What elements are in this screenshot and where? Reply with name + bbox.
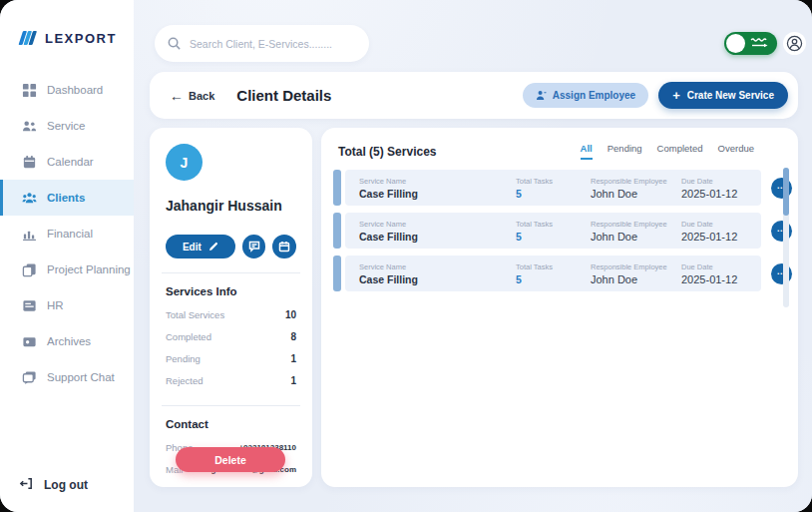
sidebar-item-label: Dashboard [47, 84, 103, 96]
sidebar-item-label: Calendar [47, 156, 94, 168]
sidebar-item-calendar[interactable]: Calendar [0, 144, 134, 180]
sidebar-item-label: Clients [47, 192, 85, 204]
total-tasks-cell: Total Tasks 5 [516, 177, 591, 200]
tab-completed[interactable]: Completed [657, 143, 703, 160]
responsible-employee-value: John Doe [591, 188, 681, 200]
stat-row-total-services: Total Services 10 [166, 303, 296, 325]
responsible-employee-cell: Responsible Employee John Doe [591, 262, 681, 285]
assign-employee-button[interactable]: Assign Employee [523, 83, 648, 108]
page-header-card: ← Back Client Details Assign Employee + … [150, 72, 798, 119]
stat-value: 8 [290, 331, 296, 342]
calendar-icon [22, 155, 37, 170]
sidebar-item-support-chat[interactable]: Support Chat [0, 359, 134, 395]
chat-bubble-icon [248, 241, 260, 253]
responsible-employee-cell: Responsible Employee John Doe [591, 220, 681, 243]
search-input[interactable] [190, 38, 357, 50]
services-info-list: Total Services 10 Completed 8 Pending 1 … [166, 303, 296, 391]
search-icon [167, 36, 182, 51]
sidebar-item-hr[interactable]: HR [0, 287, 134, 323]
stat-row-rejected: Rejected 1 [166, 369, 296, 391]
row-accent-bar [333, 170, 341, 206]
stat-value: 1 [290, 353, 296, 364]
responsible-employee-cell: Responsible Employee John Doe [591, 177, 681, 200]
sidebar-item-dashboard[interactable]: Dashboard [0, 72, 134, 108]
services-title: Total (5) Services [338, 145, 436, 159]
sidebar-item-label: Archives [47, 335, 91, 347]
due-date-value: 2025-01-12 [681, 188, 761, 200]
delete-button[interactable]: Delete [176, 447, 285, 472]
app-window: LEXPORT Dashboard Service Calendar [0, 0, 812, 512]
language-toggle[interactable] [724, 32, 777, 55]
total-tasks-cell: Total Tasks 5 [516, 220, 591, 243]
stat-value: 10 [285, 309, 296, 320]
column-label: Total Tasks [516, 220, 591, 229]
responsible-employee-value: John Doe [591, 231, 681, 243]
brand-logo: LEXPORT [18, 28, 117, 48]
profile-button[interactable] [783, 32, 806, 55]
due-date-value: 2025-01-12 [681, 273, 761, 285]
sidebar-item-project-planning[interactable]: Project Planning [0, 252, 134, 287]
edit-label: Edit [183, 242, 202, 253]
contact-title: Contact [166, 418, 296, 430]
dashboard-icon [22, 83, 37, 98]
column-label: Service Name [359, 262, 516, 271]
edit-button[interactable]: Edit [166, 235, 235, 258]
column-label: Responsible Employee [591, 220, 681, 229]
saudi-flag-icon [749, 36, 771, 51]
create-new-service-label: Crate New Service [687, 90, 774, 101]
service-name-cell: Service Name Case Filling [359, 177, 516, 200]
hr-icon [22, 298, 37, 313]
client-actions: Edit [166, 235, 296, 258]
tab-all[interactable]: All [581, 143, 593, 160]
divider [162, 405, 300, 406]
sidebar: LEXPORT Dashboard Service Calendar [0, 0, 134, 512]
column-label: Due Date [681, 177, 761, 186]
sidebar-item-clients[interactable]: Clients [0, 180, 134, 216]
header-actions: Assign Employee + Crate New Service [523, 82, 788, 109]
logout-button[interactable]: Log out [0, 476, 134, 494]
search-bar[interactable] [155, 25, 369, 62]
due-date-cell: Due Date 2025-01-12 [681, 220, 761, 243]
column-label: Service Name [359, 220, 516, 229]
service-name-value: Case Filling [359, 188, 516, 200]
tab-pending[interactable]: Pending [608, 143, 642, 160]
due-date-value: 2025-01-12 [681, 231, 761, 243]
total-tasks-value: 5 [516, 188, 591, 200]
plus-icon: + [672, 89, 680, 102]
sidebar-item-service[interactable]: Service [0, 108, 134, 144]
total-tasks-value: 5 [516, 273, 591, 285]
column-label: Total Tasks [516, 177, 591, 186]
create-new-service-button[interactable]: + Crate New Service [658, 82, 788, 109]
scrollbar-track[interactable] [783, 168, 789, 307]
scrollbar-thumb[interactable] [783, 168, 789, 216]
lexport-logo-icon [18, 28, 38, 48]
calendar-button[interactable] [272, 235, 296, 258]
service-row[interactable]: Service Name Case Filling Total Tasks 5 … [333, 170, 798, 206]
column-label: Total Tasks [516, 262, 591, 271]
logout-icon [19, 476, 34, 494]
main-area: ← Back Client Details Assign Employee + … [134, 0, 812, 512]
stat-label: Total Services [166, 309, 224, 320]
services-header: Total (5) Services All Pending Completed… [321, 128, 798, 170]
service-row[interactable]: Service Name Case Filling Total Tasks 5 … [333, 256, 798, 291]
column-label: Responsible Employee [591, 177, 681, 186]
profile-icon [786, 35, 803, 52]
sidebar-item-financial[interactable]: Financial [0, 216, 134, 252]
column-label: Due Date [681, 262, 761, 271]
back-arrow-icon: ← [170, 89, 184, 103]
service-row[interactable]: Service Name Case Filling Total Tasks 5 … [333, 213, 798, 249]
project-planning-icon [22, 262, 37, 277]
sidebar-item-archives[interactable]: Archives [0, 323, 134, 359]
tab-overdue[interactable]: Overdue [718, 143, 754, 160]
message-button[interactable] [242, 235, 266, 258]
stat-label: Completed [166, 331, 211, 342]
assign-employee-label: Assign Employee [553, 90, 635, 101]
stat-label: Pending [166, 353, 201, 364]
back-button[interactable]: ← Back [170, 89, 214, 103]
column-label: Due Date [681, 220, 761, 229]
sidebar-item-label: HR [47, 299, 64, 311]
service-row-body: Service Name Case Filling Total Tasks 5 … [345, 213, 761, 249]
client-avatar: J [166, 144, 203, 181]
financial-icon [22, 227, 37, 242]
stat-value: 1 [290, 375, 296, 386]
